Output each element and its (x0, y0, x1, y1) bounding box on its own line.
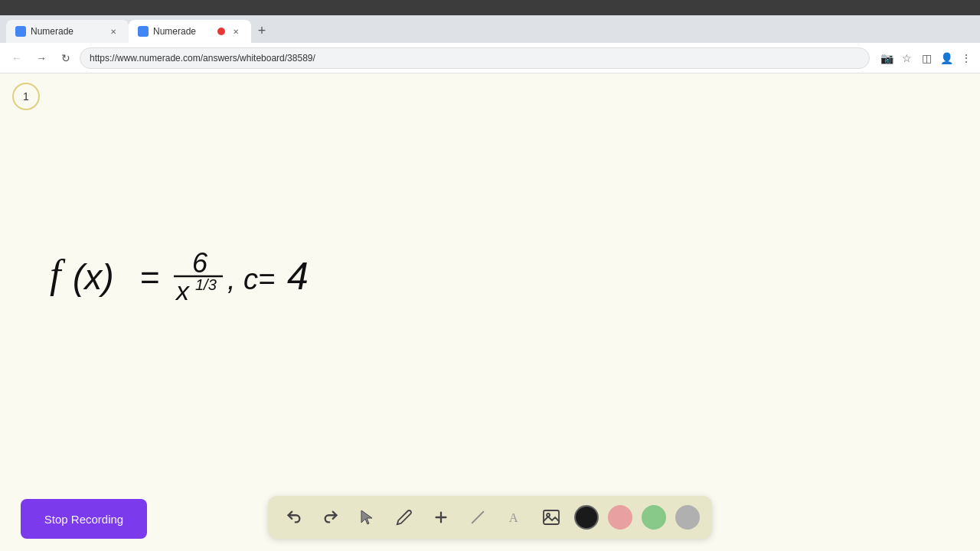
svg-text:A: A (509, 510, 518, 525)
bottom-toolbar: A (268, 496, 712, 539)
tab-2-label: Numerade (153, 26, 213, 37)
color-pink[interactable] (608, 505, 632, 530)
svg-text:6: 6 (192, 247, 208, 279)
menu-icon[interactable]: ⋮ (959, 51, 974, 66)
svg-text:(x): (x) (73, 257, 114, 297)
image-tool-button[interactable] (537, 504, 565, 531)
redo-button[interactable] (317, 504, 345, 531)
star-icon[interactable]: ☆ (899, 51, 914, 66)
stop-recording-button[interactable]: Stop Recording (21, 499, 147, 539)
address-bar-row: ← → ↻ https://www.numerade.com/answers/w… (0, 43, 980, 73)
svg-text:x: x (175, 276, 190, 305)
extensions-icon[interactable]: ◫ (919, 51, 934, 66)
tab-2-close[interactable]: ✕ (230, 25, 242, 37)
refresh-button[interactable]: ↻ (55, 47, 77, 69)
new-tab-button[interactable]: + (251, 20, 273, 41)
eraser-tool-button[interactable] (464, 504, 492, 531)
color-gray[interactable] (675, 505, 700, 530)
address-bar[interactable]: https://www.numerade.com/answers/whitebo… (80, 47, 870, 69)
tab-1-label: Numerade (31, 26, 103, 37)
address-text: https://www.numerade.com/answers/whitebo… (90, 53, 860, 64)
whiteboard[interactable]: 1 f (x) = 6 x 1/3 , c= 4 Stop Recording (0, 73, 980, 551)
add-tool-button[interactable] (427, 504, 455, 531)
svg-text:1/3: 1/3 (195, 276, 217, 293)
tab-1-close[interactable]: ✕ (107, 25, 119, 37)
text-tool-button[interactable]: A (501, 504, 528, 531)
color-green[interactable] (642, 505, 666, 530)
tab-2[interactable]: Numerade ✕ (129, 20, 251, 43)
svg-text:=: = (140, 259, 160, 296)
undo-button[interactable] (280, 504, 308, 531)
select-tool-button[interactable] (354, 504, 381, 531)
svg-text:, c=: , c= (227, 263, 275, 295)
forward-button[interactable]: → (31, 47, 52, 69)
tab-1[interactable]: Numerade ✕ (6, 20, 129, 43)
svg-text:f: f (50, 253, 66, 296)
math-content: f (x) = 6 x 1/3 , c= 4 (50, 242, 341, 321)
tab-bar: Numerade ✕ Numerade ✕ + (0, 15, 980, 43)
svg-line-11 (472, 512, 484, 523)
browser-chrome-top (0, 0, 980, 15)
page-number: 1 (12, 83, 40, 110)
profile-icon[interactable]: 👤 (939, 51, 954, 66)
browser-toolbar-icons: 📷 ☆ ◫ 👤 ⋮ (879, 51, 974, 66)
pen-tool-button[interactable] (390, 504, 418, 531)
tab-2-icon (138, 26, 149, 37)
camera-icon[interactable]: 📷 (879, 51, 894, 66)
svg-rect-13 (544, 510, 559, 524)
svg-text:4: 4 (287, 255, 309, 298)
tab-1-icon (15, 26, 26, 37)
recording-dot (217, 28, 225, 35)
color-black[interactable] (574, 505, 599, 530)
back-button[interactable]: ← (6, 47, 28, 69)
